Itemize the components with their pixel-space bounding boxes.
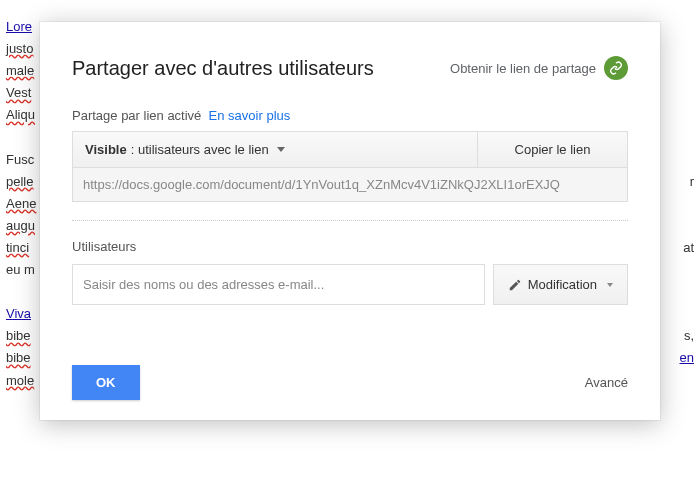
share-dialog: Partager avec d'autres utilisateurs Obte…	[40, 22, 660, 420]
visible-text: : utilisateurs avec le lien	[131, 142, 269, 157]
copy-link-button[interactable]: Copier le lien	[477, 132, 627, 167]
get-link-label: Obtenir le lien de partage	[450, 61, 596, 76]
chevron-down-icon	[607, 283, 613, 287]
chevron-down-icon	[277, 147, 285, 152]
people-input[interactable]	[72, 264, 485, 305]
link-sharing-status: Partage par lien activé En savoir plus	[72, 108, 628, 123]
dialog-title: Partager avec d'autres utilisateurs	[72, 57, 374, 80]
divider	[72, 220, 628, 221]
ok-button[interactable]: OK	[72, 365, 140, 400]
visible-label: Visible	[85, 142, 127, 157]
visibility-dropdown[interactable]: Visible : utilisateurs avec le lien	[73, 132, 477, 167]
pencil-icon	[508, 278, 522, 292]
learn-more-link[interactable]: En savoir plus	[209, 108, 291, 123]
users-section-label: Utilisateurs	[72, 239, 628, 254]
get-shareable-link-button[interactable]: Obtenir le lien de partage	[450, 56, 628, 80]
permission-dropdown[interactable]: Modification	[493, 264, 628, 305]
share-url-field[interactable]: https://docs.google.com/document/d/1YnVo…	[72, 168, 628, 202]
link-icon	[604, 56, 628, 80]
permission-label: Modification	[528, 277, 597, 292]
advanced-link[interactable]: Avancé	[585, 375, 628, 390]
